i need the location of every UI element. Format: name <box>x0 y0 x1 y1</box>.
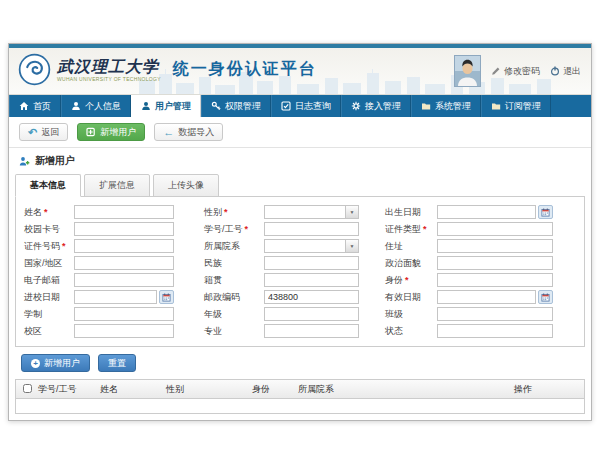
department-dropdown-button[interactable]: ▼ <box>346 239 359 253</box>
entry-date-input[interactable] <box>74 290 157 304</box>
nav-item-system-management[interactable]: 系统管理 <box>411 95 481 117</box>
add-user-icon <box>86 127 96 137</box>
address-field <box>437 239 553 253</box>
change-password-link[interactable]: 修改密码 <box>491 65 540 78</box>
nav-item-subscription-management[interactable]: 订阅管理 <box>481 95 551 117</box>
nav-item-access-management[interactable]: 接入管理 <box>341 95 411 117</box>
data-import-button[interactable]: ← 数据导入 <box>154 123 223 141</box>
grade-label: 年级 <box>204 308 264 321</box>
gender-input[interactable] <box>264 205 346 219</box>
student-id-input[interactable] <box>264 222 359 236</box>
log-checkbox-icon <box>281 101 291 111</box>
name-input[interactable] <box>74 205 174 219</box>
valid-date-input[interactable] <box>437 290 536 304</box>
ethnicity-input[interactable] <box>264 256 359 270</box>
campus-input[interactable] <box>74 324 174 338</box>
country-region-label: 国家/地区 <box>24 257 74 270</box>
chevron-down-icon: ▼ <box>350 244 355 249</box>
grade-input[interactable] <box>264 307 359 321</box>
political-status-input[interactable] <box>437 256 553 270</box>
id-type-input[interactable] <box>437 222 553 236</box>
country-region-field <box>74 256 174 270</box>
major-field <box>264 324 359 338</box>
valid-date-field <box>437 290 553 304</box>
entry-date-field <box>74 290 174 304</box>
class-label: 班级 <box>385 308 437 321</box>
calendar-icon <box>162 293 171 302</box>
add-user-toolbar-button[interactable]: 新增用户 <box>77 123 145 141</box>
nav-item-personal-info[interactable]: 个人信息 <box>61 95 131 117</box>
identity-input[interactable] <box>437 273 553 287</box>
education-length-label: 学制 <box>24 308 74 321</box>
department-field: ▼ <box>264 239 359 253</box>
id-number-field <box>74 239 174 253</box>
back-button[interactable]: ↶ 返回 <box>19 123 68 141</box>
department-input[interactable] <box>264 239 346 253</box>
native-place-input[interactable] <box>264 273 359 287</box>
tab-basic-info[interactable]: 基本信息 <box>15 174 81 197</box>
home-icon <box>19 101 29 111</box>
email-field <box>74 273 174 287</box>
postal-code-input[interactable] <box>264 290 359 304</box>
nav-item-log-query[interactable]: 日志查询 <box>271 95 341 117</box>
nav-item-user-management[interactable]: 用户管理 <box>131 95 201 117</box>
tab-extended-info[interactable]: 扩展信息 <box>84 174 150 197</box>
birth-date-calendar-button[interactable] <box>538 205 553 219</box>
col-student-id: 学号/工号 <box>36 383 98 396</box>
submit-add-user-button[interactable]: + 新增用户 <box>21 354 90 372</box>
major-input[interactable] <box>264 324 359 338</box>
university-logo-icon <box>18 53 51 86</box>
country-region-input[interactable] <box>74 256 174 270</box>
nav-item-permission-management[interactable]: 权限管理 <box>201 95 271 117</box>
change-password-label: 修改密码 <box>504 65 540 78</box>
plus-circle-icon: + <box>31 359 40 368</box>
form-actions: + 新增用户 重置 <box>9 347 591 379</box>
status-field <box>437 324 553 338</box>
user-table: 学号/工号 姓名 性别 身份 所属院系 操作 <box>15 379 585 414</box>
screenshot-stage: 武汉理工大学 WUHAN UNIVERSITY OF TECHNOLOGY 统一… <box>0 0 600 450</box>
power-icon <box>550 66 560 76</box>
campus-card-input[interactable] <box>74 222 174 236</box>
postal-code-field <box>264 290 359 304</box>
status-input[interactable] <box>437 324 553 338</box>
table-header-row: 学号/工号 姓名 性别 身份 所属院系 操作 <box>16 380 584 399</box>
col-gender: 性别 <box>164 383 250 396</box>
logout-link[interactable]: 退出 <box>550 65 581 78</box>
select-all-checkbox[interactable] <box>23 384 32 393</box>
valid-date-calendar-button[interactable] <box>538 290 553 304</box>
reset-button[interactable]: 重置 <box>98 354 136 372</box>
user-area: 修改密码 退出 <box>454 55 581 87</box>
logout-label: 退出 <box>563 65 581 78</box>
address-input[interactable] <box>437 239 553 253</box>
birth-date-field <box>437 205 553 219</box>
add-user-section-icon <box>19 156 30 167</box>
native-place-label: 籍贯 <box>204 274 264 287</box>
gender-dropdown-button[interactable]: ▼ <box>346 205 359 219</box>
back-arrow-icon: ↶ <box>28 127 37 138</box>
tab-upload-avatar[interactable]: 上传头像 <box>153 174 219 197</box>
users-icon <box>141 101 151 111</box>
university-name-zh: 武汉理工大学 <box>57 58 161 75</box>
birth-date-input[interactable] <box>437 205 536 219</box>
col-name: 姓名 <box>98 383 164 396</box>
class-input[interactable] <box>437 307 553 321</box>
id-number-input[interactable] <box>74 239 174 253</box>
form-grid: 姓名* 性别* ▼ 出生日期 校园卡号 学号/工号* 证件类型* 证件号码* 所… <box>24 205 576 338</box>
section-title: 新增用户 <box>35 154 75 168</box>
user-icon <box>71 101 81 111</box>
political-status-field <box>437 256 553 270</box>
email-input[interactable] <box>74 273 174 287</box>
education-length-input[interactable] <box>74 307 174 321</box>
chevron-down-icon: ▼ <box>350 210 355 215</box>
import-arrow-icon: ← <box>163 127 174 138</box>
nav-item-home[interactable]: 首页 <box>9 95 61 117</box>
gender-label: 性别* <box>204 206 264 219</box>
entry-date-calendar-button[interactable] <box>159 290 174 304</box>
address-label: 住址 <box>385 240 437 253</box>
status-label: 状态 <box>385 325 437 338</box>
department-label: 所属院系 <box>204 240 264 253</box>
class-field <box>437 307 553 321</box>
name-field <box>74 205 174 219</box>
pencil-icon <box>491 66 501 76</box>
user-avatar[interactable] <box>454 55 481 87</box>
